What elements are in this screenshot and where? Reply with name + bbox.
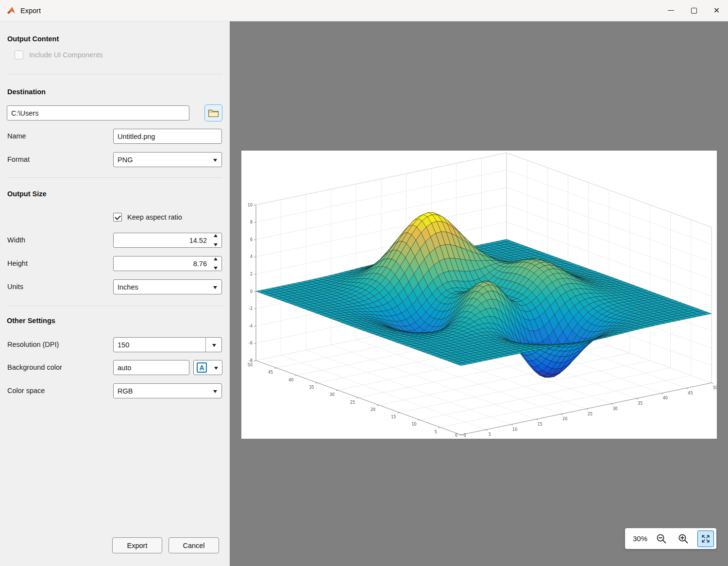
width-label: Width <box>7 236 25 244</box>
other-settings-heading: Other Settings <box>7 317 55 325</box>
zoom-level: 30% <box>633 534 647 543</box>
export-dialog: Export ✕ Output Content Include UI Compo… <box>0 0 728 566</box>
minimize-icon <box>668 10 674 11</box>
divider <box>7 74 222 74</box>
divider <box>7 177 222 178</box>
zoom-toolbar: 30% <box>625 528 716 549</box>
cancel-button[interactable]: Cancel <box>169 537 219 553</box>
chevron-down-icon <box>213 390 217 393</box>
settings-panel: Output Content Include UI Components Des… <box>0 21 230 566</box>
height-step-up-icon[interactable] <box>214 257 218 260</box>
close-button[interactable]: ✕ <box>705 0 728 21</box>
minimize-button[interactable] <box>660 0 682 21</box>
resolution-label: Resolution (DPI) <box>7 341 59 348</box>
maximize-icon <box>691 8 697 14</box>
surface-plot-canvas <box>241 151 717 439</box>
export-button[interactable]: Export <box>112 537 162 553</box>
zoom-out-button[interactable] <box>654 531 669 547</box>
units-dropdown[interactable]: Inches <box>113 279 222 294</box>
auto-color-icon: A <box>197 362 207 373</box>
format-value: PNG <box>118 156 133 164</box>
background-color-input[interactable] <box>113 360 189 375</box>
fit-to-window-button[interactable] <box>697 531 714 547</box>
units-value: Inches <box>118 283 138 291</box>
width-step-up-icon[interactable] <box>214 234 218 237</box>
window-title: Export <box>20 7 41 15</box>
format-label: Format <box>7 155 30 163</box>
colorspace-dropdown[interactable]: RGB <box>113 383 222 398</box>
divider <box>7 306 222 306</box>
height-step-down-icon[interactable] <box>214 267 218 270</box>
chevron-down-icon <box>214 367 218 370</box>
background-color-label: Background color <box>7 363 62 371</box>
units-label: Units <box>7 283 23 291</box>
chevron-down-icon <box>212 344 216 347</box>
width-step-down-icon[interactable] <box>214 243 218 246</box>
width-input[interactable] <box>113 233 222 248</box>
height-input[interactable] <box>113 256 222 271</box>
colorspace-label: Color space <box>7 387 45 394</box>
close-icon: ✕ <box>713 7 720 15</box>
include-ui-checkbox[interactable] <box>15 51 23 59</box>
folder-icon <box>208 108 219 118</box>
keep-aspect-checkbox[interactable] <box>113 213 122 222</box>
resolution-combobox <box>113 337 222 352</box>
destination-path-input[interactable] <box>7 105 189 120</box>
magnifier-minus-icon <box>656 533 667 545</box>
browse-folder-button[interactable] <box>204 104 222 121</box>
destination-heading: Destination <box>7 88 46 96</box>
colorspace-value: RGB <box>118 387 133 395</box>
matlab-logo-icon <box>6 6 16 16</box>
output-content-heading: Output Content <box>7 35 59 43</box>
name-label: Name <box>7 132 26 140</box>
background-color-picker-button[interactable]: A <box>193 360 222 375</box>
title-bar: Export ✕ <box>0 0 728 21</box>
export-preview-image <box>241 151 717 439</box>
include-ui-label: Include UI Components <box>29 51 103 59</box>
keep-aspect-label: Keep aspect ratio <box>127 213 182 221</box>
resolution-dropdown-button[interactable] <box>205 338 221 352</box>
width-spinner <box>113 233 222 248</box>
height-spinner <box>113 256 222 271</box>
magnifier-plus-icon <box>677 533 689 545</box>
chevron-down-icon <box>213 159 217 162</box>
height-label: Height <box>7 259 28 267</box>
maximize-button[interactable] <box>682 0 705 21</box>
name-input[interactable] <box>113 129 222 144</box>
format-dropdown[interactable]: PNG <box>113 152 222 167</box>
output-size-heading: Output Size <box>7 190 47 198</box>
chevron-down-icon <box>213 286 217 289</box>
zoom-in-button[interactable] <box>676 531 691 547</box>
preview-pane: 30% <box>230 21 728 566</box>
resolution-input[interactable] <box>114 338 205 352</box>
expand-arrows-icon <box>701 534 711 544</box>
